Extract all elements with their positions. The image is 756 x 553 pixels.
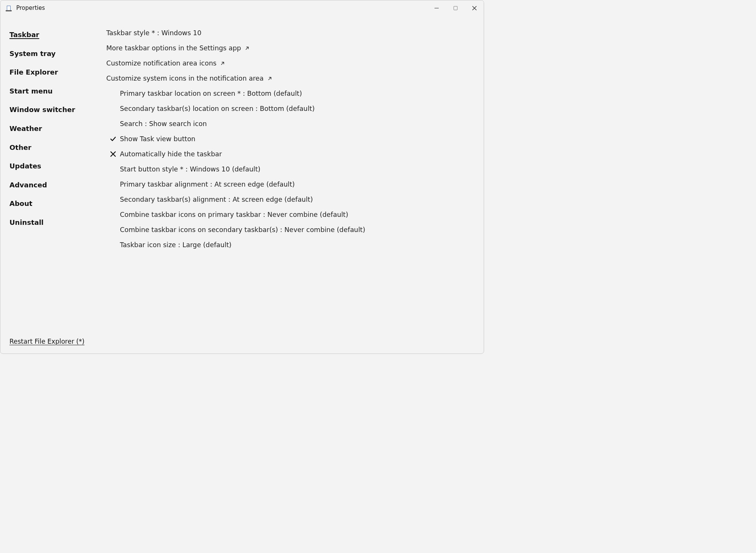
- settings-content: Taskbar style * : Windows 10More taskbar…: [106, 16, 484, 354]
- setting-row[interactable]: Secondary taskbar(s) location on screen …: [106, 101, 484, 116]
- setting-row[interactable]: Primary taskbar alignment : At screen ed…: [106, 177, 484, 192]
- setting-row[interactable]: Primary taskbar location on screen * : B…: [106, 86, 484, 101]
- check-icon: [106, 136, 120, 142]
- svg-rect-1: [453, 6, 457, 10]
- setting-label: Customize system icons in the notificati…: [106, 75, 272, 82]
- sidebar-item-advanced[interactable]: Advanced: [9, 176, 106, 195]
- external-link-icon: [267, 76, 272, 81]
- setting-label: Start button style * : Windows 10 (defau…: [120, 165, 261, 173]
- setting-label: Taskbar icon size : Large (default): [120, 241, 231, 249]
- setting-label: Customize notification area icons: [106, 59, 225, 67]
- setting-row[interactable]: Taskbar icon size : Large (default): [106, 237, 484, 252]
- external-link-icon: [220, 61, 225, 66]
- setting-label: Show Task view button: [120, 135, 196, 143]
- setting-label: Combine taskbar icons on secondary taskb…: [120, 226, 365, 234]
- setting-row[interactable]: More taskbar options in the Settings app: [106, 41, 484, 56]
- sidebar-item-about[interactable]: About: [9, 194, 106, 213]
- setting-label: Search : Show search icon: [120, 120, 207, 128]
- sidebar-item-file-explorer[interactable]: File Explorer: [9, 63, 106, 82]
- sidebar-item-system-tray[interactable]: System tray: [9, 44, 106, 63]
- setting-label: Combine taskbar icons on primary taskbar…: [120, 211, 348, 218]
- setting-row[interactable]: Secondary taskbar(s) alignment : At scre…: [106, 192, 484, 207]
- setting-label: More taskbar options in the Settings app: [106, 44, 250, 52]
- sidebar-item-uninstall[interactable]: Uninstall: [9, 213, 106, 232]
- sidebar-item-other[interactable]: Other: [9, 138, 106, 157]
- sidebar-item-window-switcher[interactable]: Window switcher: [9, 100, 106, 119]
- setting-row[interactable]: Customize system icons in the notificati…: [106, 71, 484, 86]
- sidebar-item-updates[interactable]: Updates: [9, 157, 106, 176]
- cross-icon: [106, 151, 120, 157]
- setting-row[interactable]: Search : Show search icon: [106, 116, 484, 131]
- setting-row[interactable]: Customize notification area icons: [106, 56, 484, 71]
- maximize-button[interactable]: [446, 0, 465, 16]
- setting-row[interactable]: Combine taskbar icons on primary taskbar…: [106, 207, 484, 222]
- setting-label: Automatically hide the taskbar: [120, 150, 222, 158]
- restart-file-explorer-link[interactable]: Restart File Explorer (*): [9, 338, 84, 345]
- sidebar-item-start-menu[interactable]: Start menu: [9, 82, 106, 101]
- sidebar-item-taskbar[interactable]: Taskbar: [9, 25, 106, 44]
- setting-label: Primary taskbar location on screen * : B…: [120, 90, 302, 97]
- window-controls: [427, 0, 484, 16]
- sidebar: TaskbarSystem trayFile ExplorerStart men…: [0, 16, 106, 354]
- setting-row[interactable]: Show Task view button: [106, 131, 484, 146]
- app-icon: [6, 5, 12, 11]
- sidebar-item-weather[interactable]: Weather: [9, 119, 106, 138]
- setting-row[interactable]: Combine taskbar icons on secondary taskb…: [106, 222, 484, 237]
- close-button[interactable]: [465, 0, 484, 16]
- window-title: Properties: [16, 5, 45, 11]
- setting-label: Secondary taskbar(s) alignment : At scre…: [120, 196, 313, 203]
- setting-row[interactable]: Taskbar style * : Windows 10: [106, 25, 484, 41]
- setting-row[interactable]: Start button style * : Windows 10 (defau…: [106, 162, 484, 177]
- setting-label: Primary taskbar alignment : At screen ed…: [120, 181, 295, 188]
- external-link-icon: [245, 46, 250, 51]
- minimize-button[interactable]: [427, 0, 446, 16]
- setting-label: Taskbar style * : Windows 10: [106, 29, 202, 37]
- setting-label: Secondary taskbar(s) location on screen …: [120, 105, 315, 112]
- titlebar: Properties: [0, 0, 484, 16]
- setting-row[interactable]: Automatically hide the taskbar: [106, 146, 484, 162]
